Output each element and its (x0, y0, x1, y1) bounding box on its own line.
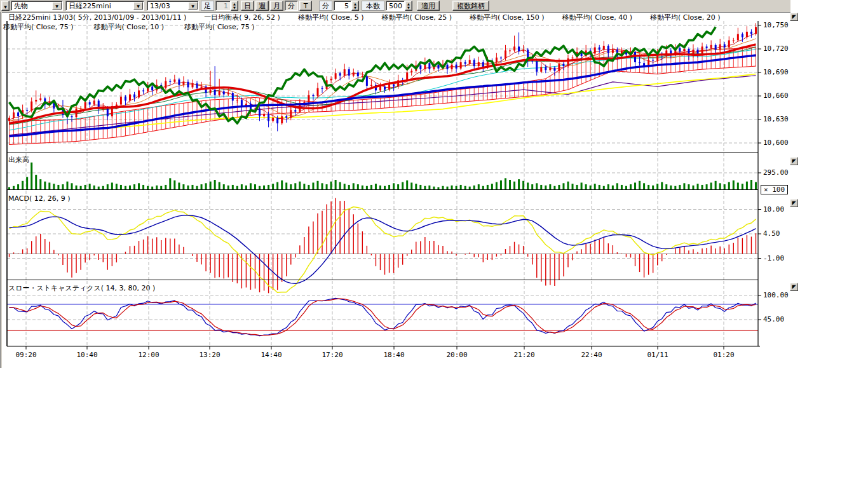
time-axis-label: 21:20 (510, 351, 538, 359)
candlesticks (8, 23, 757, 131)
stoch-k-line (10, 298, 756, 336)
resize-arrow-icon: ◤ (792, 200, 796, 206)
stoch-panel-zoom-button[interactable]: ◤ (790, 283, 798, 291)
price-axis-label: 10,750 (763, 21, 789, 29)
time-axis-label: 01:20 (710, 351, 738, 359)
volume-axis-label: 295.00 (763, 168, 789, 177)
volume-bars (8, 163, 757, 189)
stoch-axis-label: 45.00 (763, 315, 784, 323)
macd-axis-label: -1.00 (763, 254, 784, 262)
price-axis-label: 10,690 (763, 68, 789, 76)
macd-panel-zoom-button[interactable]: ◤ (790, 199, 798, 207)
time-axis-label: 13:20 (196, 351, 224, 359)
time-axis-label: 01/11 (644, 351, 672, 359)
volume-panel-label: 出来高 (8, 155, 29, 165)
macd-panel-label: MACD( 12, 26, 9 ) (8, 194, 71, 203)
resize-arrow-icon: ◤ (792, 284, 796, 290)
time-axis-label: 17:20 (318, 351, 346, 359)
macd-histogram (10, 198, 756, 294)
time-axis-label: 10:40 (73, 351, 101, 359)
main-panel-zoom-button[interactable]: ◤ (790, 13, 798, 21)
resize-arrow-icon: ◤ (792, 158, 796, 164)
gridlines (7, 21, 758, 346)
time-axis-label: 18:40 (380, 351, 408, 359)
stoch-panel-label: スロー・ストキャスティクス( 14, 3, 80, 20 ) (8, 283, 155, 293)
time-axis-label: 12:00 (135, 351, 163, 359)
macd-axis-label: 4.50 (763, 229, 780, 238)
time-axis-label: 20:00 (443, 351, 471, 359)
volume-scale-badge: × 100 (761, 185, 788, 194)
price-axis-label: 10,600 (763, 139, 789, 147)
time-axis-label: 09:20 (12, 351, 40, 359)
volume-panel-zoom-button[interactable]: ◤ (790, 157, 798, 165)
time-axis-label: 14:40 (257, 351, 285, 359)
price-axis-label: 10,630 (763, 115, 789, 123)
stoch-axis-label: 100.00 (763, 291, 789, 299)
price-axis-label: 10,660 (763, 92, 789, 100)
chart-canvas (0, 0, 802, 369)
resize-arrow-icon: ◤ (792, 14, 796, 20)
chart-application-window: { "toolbar": { "menu_dropdown": "▼", "ma… (0, 0, 868, 488)
macd-axis-label: 10.00 (763, 205, 784, 214)
ma10-line (10, 39, 756, 121)
time-axis-label: 22:40 (578, 351, 606, 359)
price-axis-label: 10,720 (763, 44, 789, 53)
